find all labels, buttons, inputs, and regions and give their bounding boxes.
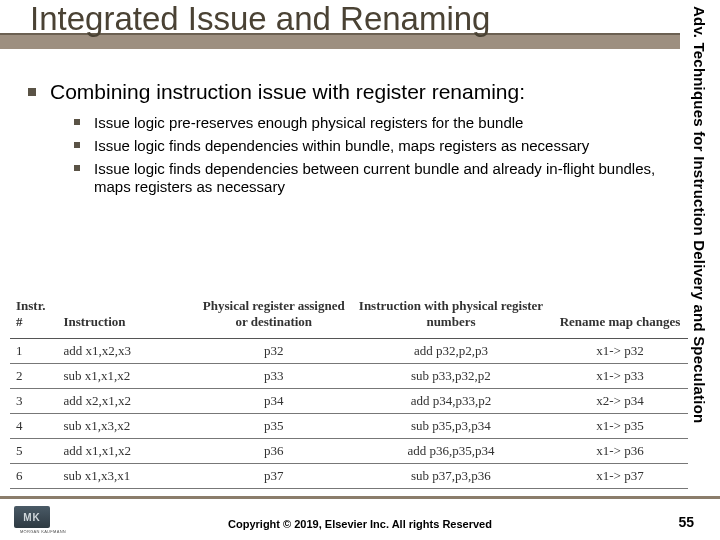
square-bullet-icon [74, 142, 80, 148]
title-band: Integrated Issue and Renaming [0, 0, 680, 52]
th-pinstr: Instruction with physical register numbe… [350, 294, 552, 339]
bullet-text: Combining instruction issue with registe… [50, 80, 525, 104]
cell-preg: p37 [198, 464, 350, 489]
slide-title: Integrated Issue and Renaming [30, 0, 490, 38]
table-row: 6 sub x1,x3,x1 p37 sub p37,p3,p36 x1-> p… [10, 464, 688, 489]
square-bullet-icon [28, 88, 36, 96]
cell-instr: add x1,x2,x3 [57, 339, 197, 364]
footer: MK MORGAN KAUFMANN Copyright © 2019, Els… [0, 496, 720, 540]
cell-chg: x1-> p33 [552, 364, 688, 389]
th-preg: Physical register assigned or destinatio… [198, 294, 350, 339]
sub-bullet: Issue logic finds dependencies between c… [74, 160, 674, 198]
sub-bullet: Issue logic pre-reserves enough physical… [74, 114, 674, 133]
table-body: 1 add x1,x2,x3 p32 add p32,p2,p3 x1-> p3… [10, 339, 688, 489]
copyright-text: Copyright © 2019, Elsevier Inc. All righ… [0, 518, 720, 530]
sub-bullet-text: Issue logic finds dependencies between c… [94, 160, 674, 198]
sub-bullet-text: Issue logic finds dependencies within bu… [94, 137, 589, 156]
table-row: 5 add x1,x1,x2 p36 add p36,p35,p34 x1-> … [10, 439, 688, 464]
table-row: 4 sub x1,x3,x2 p35 sub p35,p3,p34 x1-> p… [10, 414, 688, 439]
sidebar-label: Adv. Techniques for Instruction Delivery… [688, 6, 710, 476]
sub-bullet-list: Issue logic pre-reserves enough physical… [74, 114, 674, 197]
sub-bullet-text: Issue logic pre-reserves enough physical… [94, 114, 523, 133]
cell-pinstr: add p32,p2,p3 [350, 339, 552, 364]
cell-preg: p36 [198, 439, 350, 464]
cell-num: 2 [10, 364, 57, 389]
cell-pinstr: add p34,p33,p2 [350, 389, 552, 414]
bullet-level1: Combining instruction issue with registe… [28, 80, 668, 104]
sub-bullet: Issue logic finds dependencies within bu… [74, 137, 674, 156]
cell-preg: p32 [198, 339, 350, 364]
th-changes: Rename map changes [552, 294, 688, 339]
cell-chg: x1-> p36 [552, 439, 688, 464]
cell-pinstr: sub p35,p3,p34 [350, 414, 552, 439]
cell-instr: sub x1,x3,x1 [57, 464, 197, 489]
table-row: 3 add x2,x1,x2 p34 add p34,p33,p2 x2-> p… [10, 389, 688, 414]
table: Instr. # Instruction Physical register a… [10, 294, 688, 489]
cell-num: 3 [10, 389, 57, 414]
cell-chg: x1-> p37 [552, 464, 688, 489]
table-row: 1 add x1,x2,x3 p32 add p32,p2,p3 x1-> p3… [10, 339, 688, 364]
cell-pinstr: add p36,p35,p34 [350, 439, 552, 464]
th-instruction: Instruction [57, 294, 197, 339]
cell-instr: add x1,x1,x2 [57, 439, 197, 464]
cell-pinstr: sub p33,p32,p2 [350, 364, 552, 389]
cell-num: 6 [10, 464, 57, 489]
slide: Integrated Issue and Renaming Adv. Techn… [0, 0, 720, 540]
cell-num: 5 [10, 439, 57, 464]
cell-preg: p34 [198, 389, 350, 414]
sidebar-text: Adv. Techniques for Instruction Delivery… [691, 6, 708, 423]
content-area: Combining instruction issue with registe… [28, 80, 668, 201]
cell-instr: sub x1,x3,x2 [57, 414, 197, 439]
cell-chg: x1-> p32 [552, 339, 688, 364]
cell-num: 1 [10, 339, 57, 364]
cell-instr: sub x1,x1,x2 [57, 364, 197, 389]
th-instr-num: Instr. # [10, 294, 57, 339]
cell-chg: x1-> p35 [552, 414, 688, 439]
page-number: 55 [678, 514, 694, 530]
footer-divider [0, 496, 720, 499]
square-bullet-icon [74, 165, 80, 171]
table-header-row: Instr. # Instruction Physical register a… [10, 294, 688, 339]
cell-preg: p33 [198, 364, 350, 389]
cell-instr: add x2,x1,x2 [57, 389, 197, 414]
table-row: 2 sub x1,x1,x2 p33 sub p33,p32,p2 x1-> p… [10, 364, 688, 389]
cell-num: 4 [10, 414, 57, 439]
cell-preg: p35 [198, 414, 350, 439]
square-bullet-icon [74, 119, 80, 125]
instruction-table: Instr. # Instruction Physical register a… [10, 294, 688, 489]
cell-pinstr: sub p37,p3,p36 [350, 464, 552, 489]
cell-chg: x2-> p34 [552, 389, 688, 414]
